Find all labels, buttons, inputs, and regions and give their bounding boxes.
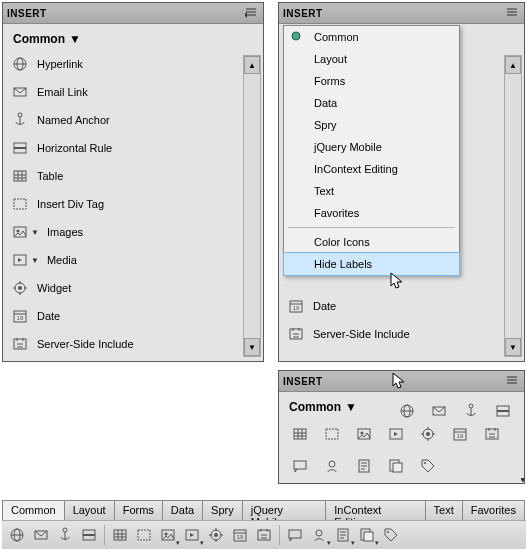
category-dropdown[interactable]: Common ▼: [7, 28, 259, 50]
insert-item-widget[interactable]: Widget: [7, 274, 259, 302]
toolbar-images-button[interactable]: ▾: [351, 422, 377, 446]
svg-rect-34: [294, 461, 306, 469]
flyout-item-favorites[interactable]: Favorites: [284, 202, 459, 224]
tab-spry[interactable]: Spry: [202, 500, 243, 520]
toolbar-widget-button[interactable]: [205, 524, 227, 546]
toolbar-date-button[interactable]: 19: [229, 524, 251, 546]
flyout-label: Color Icons: [314, 236, 370, 248]
flyout-item-forms[interactable]: Forms: [284, 70, 459, 92]
svg-point-60: [387, 531, 389, 533]
toolbar-templates-button[interactable]: ▾: [383, 454, 409, 478]
toolbar-email-button[interactable]: [30, 524, 52, 546]
tab-layout[interactable]: Layout: [64, 500, 115, 520]
flyout-item-incontext-editing[interactable]: InContext Editing: [284, 158, 459, 180]
tab-label: Spry: [211, 504, 234, 516]
tab-data[interactable]: Data: [162, 500, 203, 520]
panel-menu-icon: [506, 376, 518, 386]
images-icon: [11, 223, 29, 241]
insert-item-hrule[interactable]: Horizontal Rule: [7, 134, 259, 162]
tab-label: Favorites: [471, 504, 516, 516]
anchor-icon: [11, 111, 29, 129]
toolbar-table-button[interactable]: [109, 524, 131, 546]
insert-item-ssi[interactable]: Server-Side Include: [283, 320, 520, 348]
widget-icon: [11, 279, 29, 297]
date-icon: 19: [11, 307, 29, 325]
toolbar-hyperlink-button[interactable]: [6, 524, 28, 546]
toolbar-templates-button[interactable]: ▾: [356, 524, 378, 546]
flyout-item-layout[interactable]: Layout: [284, 48, 459, 70]
flyout-label: Text: [314, 185, 334, 197]
tab-forms[interactable]: Forms: [114, 500, 163, 520]
insert-item-date[interactable]: 19Date: [7, 302, 259, 330]
toolbar-hrule-button[interactable]: [490, 399, 516, 423]
scroll-down-icon[interactable]: ▼: [505, 338, 521, 356]
scroll-down-icon[interactable]: ▼: [244, 338, 260, 356]
ssi-icon: [11, 335, 29, 353]
toolbar-tag-button[interactable]: [380, 524, 402, 546]
toolbar-hrule-button[interactable]: [78, 524, 100, 546]
flyout-item-spry[interactable]: Spry: [284, 114, 459, 136]
tab-common[interactable]: Common: [2, 500, 65, 520]
flyout-item-common[interactable]: Common: [284, 26, 459, 48]
scrollbar[interactable]: ▲ ▼: [243, 55, 261, 357]
insert-item-anchor[interactable]: Named Anchor: [7, 106, 259, 134]
toolbar-script-button[interactable]: ▾: [351, 454, 377, 478]
flyout-item-data[interactable]: Data: [284, 92, 459, 114]
email-icon: [11, 83, 29, 101]
svg-text:19: 19: [457, 433, 464, 439]
toolbar-email-button[interactable]: [426, 399, 452, 423]
toolbar-anchor-button[interactable]: [458, 399, 484, 423]
toolbar-images-button[interactable]: ▾: [157, 524, 179, 546]
toolbar-div-button[interactable]: [319, 422, 345, 446]
insert-item-images[interactable]: ▼Images: [7, 218, 259, 246]
tab-jquery-mobile[interactable]: jQuery Mobile: [242, 500, 327, 520]
toolbar-anchor-button[interactable]: [54, 524, 76, 546]
scrollbar[interactable]: ▲ ▼: [504, 55, 522, 357]
toolbar-tag-button[interactable]: [415, 454, 441, 478]
toolbar-media-button[interactable]: ▾: [181, 524, 203, 546]
insert-item-table[interactable]: Table: [7, 162, 259, 190]
cursor-icon: [392, 372, 408, 390]
flyout-item-jquery-mobile[interactable]: jQuery Mobile: [284, 136, 459, 158]
flyout-item-hide-labels[interactable]: Hide Labels: [283, 252, 460, 276]
panel-menu-icon: [506, 8, 518, 18]
scroll-up-icon[interactable]: ▲: [505, 56, 521, 74]
cursor-icon: [390, 272, 406, 290]
div-icon: [11, 195, 29, 213]
insert-item-date[interactable]: 19Date: [283, 292, 520, 320]
tab-text[interactable]: Text: [425, 500, 463, 520]
toolbar-table-button[interactable]: [287, 422, 313, 446]
submenu-arrow-icon: ▾: [200, 539, 204, 547]
flyout-label: Favorites: [314, 207, 359, 219]
svg-rect-25: [326, 429, 338, 439]
tab-label: Common: [11, 504, 56, 516]
ssi-icon: [287, 325, 305, 343]
insert-item-hyperlink[interactable]: Hyperlink: [7, 50, 259, 78]
item-label: Named Anchor: [37, 114, 110, 126]
svg-point-27: [361, 432, 364, 435]
panel-menu-button[interactable]: [504, 6, 520, 20]
toolbar-script-button[interactable]: ▾: [332, 524, 354, 546]
insert-item-ssi[interactable]: Server-Side Include: [7, 330, 259, 358]
toolbar-head-button[interactable]: ▾: [308, 524, 330, 546]
toolbar-comment-button[interactable]: [287, 454, 313, 478]
submenu-arrow-icon: ▾: [521, 476, 525, 484]
toolbar-hyperlink-button[interactable]: [394, 399, 420, 423]
scroll-up-icon[interactable]: ▲: [244, 56, 260, 74]
insert-item-media[interactable]: ▼Media: [7, 246, 259, 274]
flyout-item-color-icons[interactable]: Color Icons: [284, 231, 459, 253]
panel-menu-button[interactable]: [504, 374, 520, 388]
tab-incontext-editing[interactable]: InContext Editing: [325, 500, 425, 520]
tab-favorites[interactable]: Favorites: [462, 500, 525, 520]
submenu-arrow-icon: ▾: [176, 539, 180, 547]
insert-item-div[interactable]: Insert Div Tag: [7, 190, 259, 218]
panel-menu-button[interactable]: [243, 6, 259, 20]
toolbar-comment-button[interactable]: [284, 524, 306, 546]
flyout-item-text[interactable]: Text: [284, 180, 459, 202]
insert-item-email[interactable]: Email Link: [7, 78, 259, 106]
toolbar-ssi-button[interactable]: [253, 524, 275, 546]
item-label: Images: [47, 226, 83, 238]
toolbar-head-button[interactable]: ▾: [319, 454, 345, 478]
category-label: Common: [289, 400, 341, 414]
toolbar-div-button[interactable]: [133, 524, 155, 546]
